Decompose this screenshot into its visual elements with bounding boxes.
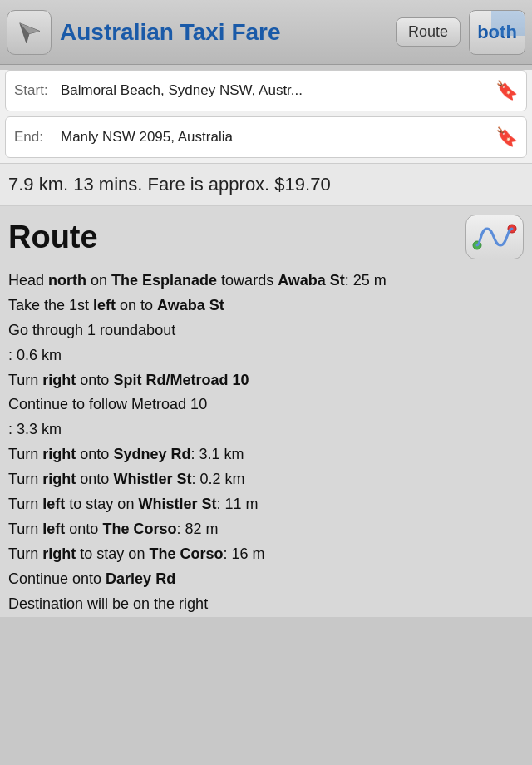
location-arrow-icon bbox=[16, 19, 42, 46]
end-bookmark-icon[interactable]: 🔖 bbox=[495, 126, 518, 148]
start-label: Start: bbox=[14, 82, 54, 99]
both-button[interactable]: both bbox=[469, 10, 525, 55]
fare-summary-text: 7.9 km. 13 mins. Fare is approx. $19.70 bbox=[8, 174, 331, 195]
route-section-title: Route bbox=[8, 220, 98, 255]
direction-step: Take the 1st left on to Awaba St bbox=[8, 294, 524, 318]
end-label: End: bbox=[14, 129, 54, 146]
direction-step: Turn right onto Sydney Rd: 3.1 km bbox=[8, 443, 524, 466]
direction-step: Destination will be on the right bbox=[8, 593, 524, 616]
route-squiggle-icon bbox=[472, 222, 517, 252]
app-title: Australian Taxi Fare bbox=[60, 19, 387, 46]
route-button[interactable]: Route bbox=[396, 17, 461, 47]
app-header: Australian Taxi Fare Route both bbox=[0, 0, 532, 65]
direction-step: Turn left onto The Corso: 82 m bbox=[8, 518, 524, 541]
start-value: Balmoral Beach, Sydney NSW, Austr... bbox=[61, 82, 490, 99]
location-arrow-button[interactable] bbox=[7, 10, 52, 55]
map-thumbnail bbox=[491, 11, 525, 36]
route-visualization-button[interactable] bbox=[466, 215, 524, 259]
direction-step: Turn right to stay on The Corso: 16 m bbox=[8, 543, 524, 566]
inputs-section: Start: Balmoral Beach, Sydney NSW, Austr… bbox=[0, 70, 532, 164]
start-input-row[interactable]: Start: Balmoral Beach, Sydney NSW, Austr… bbox=[5, 70, 527, 111]
route-section: Route Head north on The Esplanade toward… bbox=[0, 206, 532, 617]
end-input-row[interactable]: End: Manly NSW 2095, Australia 🔖 bbox=[5, 116, 527, 158]
direction-step: : 0.6 km bbox=[8, 344, 524, 368]
direction-step: Turn left to stay on Whistler St: 11 m bbox=[8, 493, 524, 516]
direction-step: Continue onto Darley Rd bbox=[8, 568, 524, 591]
direction-step: : 3.3 km bbox=[8, 418, 524, 442]
direction-step: Turn right onto Whistler St: 0.2 km bbox=[8, 468, 524, 491]
direction-step: Continue to follow Metroad 10 bbox=[8, 393, 524, 417]
direction-step: Head north on The Esplanade towards Awab… bbox=[8, 269, 524, 293]
directions-list: Head north on The Esplanade towards Awab… bbox=[8, 269, 524, 617]
direction-step: Go through 1 roundabout bbox=[8, 319, 524, 343]
end-value: Manly NSW 2095, Australia bbox=[61, 129, 490, 146]
start-bookmark-icon[interactable]: 🔖 bbox=[495, 80, 518, 101]
fare-summary: 7.9 km. 13 mins. Fare is approx. $19.70 bbox=[0, 164, 532, 206]
route-header: Route bbox=[8, 215, 524, 259]
direction-step: Turn right onto Spit Rd/Metroad 10 bbox=[8, 369, 524, 392]
